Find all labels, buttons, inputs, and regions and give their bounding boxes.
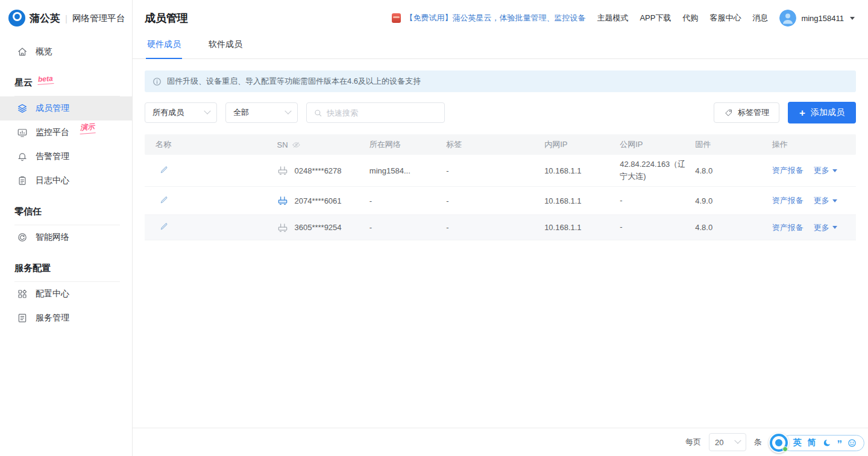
ime-charset-toggle[interactable]: 简 <box>808 437 816 448</box>
page-size-select[interactable]: 20 <box>709 433 746 451</box>
table-row: 0248****6278 ming1584... - 10.168.1.1 42… <box>145 155 856 187</box>
sidebar-item-alert-management[interactable]: 告警管理 <box>0 145 132 169</box>
document-list-icon <box>17 313 28 323</box>
tag-manage-label: 标签管理 <box>738 107 769 118</box>
actions-cell: 资产报备 更多 <box>772 195 856 206</box>
col-actions: 操作 <box>772 139 856 150</box>
members-table: 名称 SN 所在网络 标签 内网IP 公网IP 固件 操作 <box>145 134 856 240</box>
sidebar-item-label: 监控平台 <box>36 127 69 138</box>
promo-text: 【免费试用】蒲公英星云，体验批量管理、监控设备 <box>405 13 585 23</box>
tab-software-members[interactable]: 软件成员 <box>207 36 244 58</box>
asset-report-link[interactable]: 资产报备 <box>772 222 804 233</box>
sidebar-item-label: 成员管理 <box>36 103 69 114</box>
topbar-links: 【免费试用】蒲公英星云，体验批量管理、监控设备 主题模式 APP下载 代购 客服… <box>392 10 855 27</box>
lan-ip-cell: 10.168.1.1 <box>544 166 620 175</box>
table-header: 名称 SN 所在网络 标签 内网IP 公网IP 固件 操作 <box>145 134 856 155</box>
topbar-link-app-download[interactable]: APP下载 <box>640 13 671 23</box>
table-row: 2074****6061 - - 10.168.1.1 - 4.9.0 资产报备… <box>145 187 856 215</box>
content: 固件升级、设备重启、导入配置等功能需固件版本在4.6及以上的设备支持 所有成员 … <box>133 59 868 240</box>
tag-cell: - <box>446 196 544 205</box>
add-member-button[interactable]: + 添加成员 <box>788 102 856 123</box>
table-body: 0248****6278 ming1584... - 10.168.1.1 42… <box>145 155 856 240</box>
sidebar-item-overview[interactable]: 概览 <box>0 40 132 64</box>
pagination-bar: 每页 20 条 <box>133 428 868 456</box>
sidebar-item-config-center[interactable]: 配置中心 <box>0 282 132 306</box>
table-row: 3605****9254 - - 10.168.1.1 - 4.8.0 资产报备… <box>145 215 856 240</box>
page-size-value: 20 <box>715 438 723 447</box>
chevron-down-icon <box>850 17 855 20</box>
tag-cell: - <box>446 223 544 232</box>
sidebar-item-label: 日志中心 <box>36 175 69 186</box>
home-icon <box>17 46 28 57</box>
member-filter-select[interactable]: 所有成员 <box>145 102 217 123</box>
member-name-cell <box>145 222 277 233</box>
more-dropdown[interactable]: 更多 <box>814 222 837 233</box>
col-network: 所在网络 <box>370 139 446 150</box>
sidebar-item-smart-network[interactable]: 智能网络 <box>0 225 132 249</box>
lan-ip-cell: 10.168.1.1 <box>544 196 620 205</box>
page-title: 成员管理 <box>145 11 188 25</box>
col-wan-ip: 公网IP <box>620 139 695 150</box>
punctuation-toggle-icon[interactable]: ” <box>837 442 842 448</box>
quick-search-box[interactable] <box>306 102 445 123</box>
sidebar-item-log-center[interactable]: 日志中心 <box>0 169 132 193</box>
network-cell: ming1584... <box>370 166 446 175</box>
bell-icon <box>17 151 28 162</box>
sidebar-item-member-management[interactable]: 成员管理 <box>0 96 132 120</box>
sidebar-item-label: 智能网络 <box>36 232 69 243</box>
edit-pencil-icon[interactable] <box>159 222 169 231</box>
topbar-link-theme-mode[interactable]: 主题模式 <box>597 13 628 23</box>
topbar: 成员管理 【免费试用】蒲公英星云，体验批量管理、监控设备 主题模式 APP下载 … <box>133 0 868 36</box>
asset-report-link[interactable]: 资产报备 <box>772 195 804 206</box>
username: ming158411 <box>801 14 844 23</box>
tab-hardware-members[interactable]: 硬件成员 <box>146 36 182 59</box>
status-filter-select[interactable]: 全部 <box>225 102 298 123</box>
tag-cell: - <box>446 166 544 175</box>
clipboard-icon <box>17 175 28 186</box>
sidebar-item-service-management[interactable]: 服务管理 <box>0 306 132 330</box>
more-dropdown[interactable]: 更多 <box>814 165 837 176</box>
ime-lang-toggle[interactable]: 英 <box>793 437 802 448</box>
sn-cell: 3605****9254 <box>277 222 369 234</box>
user-menu[interactable]: ming158411 <box>779 10 855 27</box>
network-cell: - <box>370 223 446 232</box>
sn-cell: 0248****6278 <box>277 164 369 176</box>
sidebar-item-label: 告警管理 <box>36 151 69 162</box>
lan-ip-cell: 10.168.1.1 <box>544 223 620 232</box>
network-cell: - <box>370 196 446 205</box>
logo: 蒲公英 | 网络管理平台 <box>0 0 132 34</box>
eye-off-icon[interactable] <box>292 140 301 149</box>
wan-ip-cell: - <box>620 195 695 207</box>
col-firmware: 固件 <box>695 139 772 150</box>
sidebar-section-xingyun: 星云beta <box>14 73 120 96</box>
actions-cell: 资产报备 更多 <box>772 222 856 233</box>
tag-manage-button[interactable]: 标签管理 <box>714 102 779 123</box>
app-window: 蒲公英 | 网络管理平台 概览 星云beta 成员管理 监控平台 演示 <box>0 0 868 456</box>
topbar-link-messages[interactable]: 消息 <box>752 13 768 23</box>
asset-report-link[interactable]: 资产报备 <box>772 165 804 176</box>
topbar-link-purchase-agent[interactable]: 代购 <box>682 13 698 23</box>
ime-toolbar[interactable]: 英 简 ” <box>769 433 865 453</box>
demo-badge: 演示 <box>79 122 95 134</box>
notice-text: 固件升级、设备重启、导入配置等功能需固件版本在4.6及以上的设备支持 <box>167 76 421 87</box>
unit-label: 条 <box>754 437 762 448</box>
promo-banner-link[interactable]: 【免费试用】蒲公英星云，体验批量管理、监控设备 <box>392 13 585 23</box>
topbar-link-customer-service[interactable]: 客服中心 <box>709 13 741 23</box>
firmware-cell: 4.8.0 <box>695 166 772 175</box>
layers-icon <box>17 103 28 114</box>
search-input[interactable] <box>327 108 438 117</box>
edit-pencil-icon[interactable] <box>159 165 169 175</box>
moon-icon[interactable] <box>822 439 831 448</box>
chevron-down-icon <box>734 437 741 444</box>
logo-separator: | <box>65 13 68 23</box>
sidebar-item-monitor-platform[interactable]: 监控平台 演示 <box>0 120 132 145</box>
smiley-icon[interactable] <box>848 439 857 448</box>
search-icon <box>313 108 322 117</box>
more-dropdown[interactable]: 更多 <box>814 195 837 206</box>
col-sn: SN <box>277 140 369 149</box>
sn-cell: 2074****6061 <box>277 195 369 207</box>
edit-pencil-icon[interactable] <box>159 195 169 205</box>
member-name-cell <box>145 195 277 207</box>
sogou-logo-icon[interactable] <box>769 433 789 453</box>
per-page-label: 每页 <box>685 437 701 448</box>
